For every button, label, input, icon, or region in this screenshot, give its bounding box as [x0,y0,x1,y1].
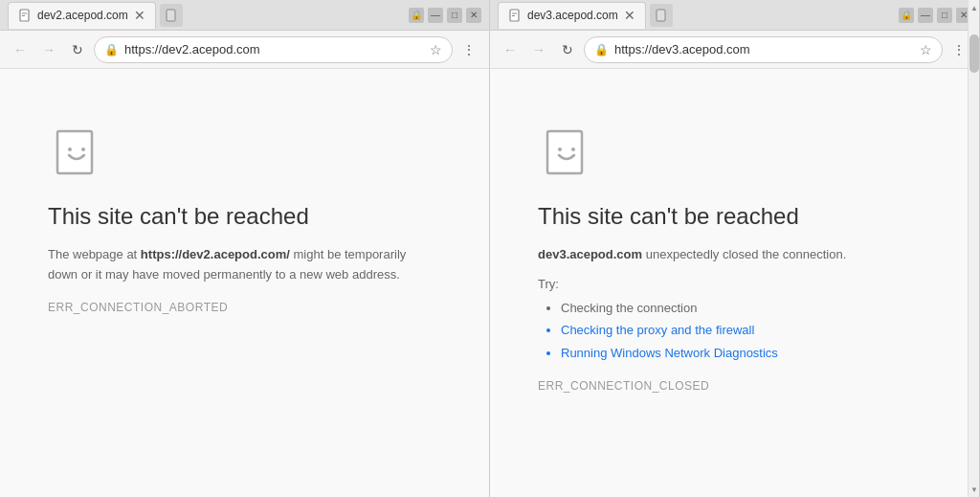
page-content-1: This site can't be reached The webpage a… [0,69,489,497]
error-icon-1 [48,126,105,184]
error-title-2: This site can't be reached [538,203,956,230]
error-message-2: dev3.acepod.com unexpectedly closed the … [538,245,902,265]
error-code-2: ERR_CONNECTION_CLOSED [538,379,956,393]
error-message-prefix-1: The webpage at [48,247,141,261]
window-controls-1: 🔒 — □ ✕ [409,8,481,23]
error-message-1: The webpage at https://dev2.acepod.com/ … [48,245,412,285]
menu-icon-2: ⋮ [952,42,966,57]
refresh-icon-1: ↻ [72,42,83,57]
tab-favicon-1 [18,9,32,22]
maximize-button-2[interactable]: □ [937,8,952,23]
browser-window-2: dev3.acepod.com ✕ 🔒 — □ ✕ ← → ↻ 🔒 https:… [490,0,980,497]
browser-window-1: dev2.acepod.com ✕ 🔒 — □ ✕ ← → ↻ 🔒 https:… [0,0,490,497]
back-icon-1: ← [13,42,27,57]
address-bar-2: ← → ↻ 🔒 https://dev3.acepod.com ☆ ⋮ [490,31,979,69]
tab-1[interactable]: dev2.acepod.com ✕ [8,2,156,29]
svg-rect-3 [167,10,175,21]
tab-favicon-2 [508,9,522,22]
minimize-button-1[interactable]: — [428,8,443,23]
secure-icon-1: 🔒 [104,43,119,56]
title-bar-1: dev2.acepod.com ✕ 🔒 — □ ✕ [0,0,489,31]
svg-point-5 [68,147,72,151]
window-controls-2: 🔒 — □ ✕ [899,8,971,23]
lock-icon-2: 🔒 [899,8,914,23]
suggestion-1: Checking the connection [561,297,956,319]
svg-rect-4 [57,131,92,173]
address-bar-1: ← → ↻ 🔒 https://dev2.acepod.com ☆ ⋮ [0,31,489,69]
secure-icon-2: 🔒 [594,43,609,56]
refresh-button-1[interactable]: ↻ [65,37,90,62]
tab-title-2: dev3.acepod.com [527,9,618,22]
back-icon-2: ← [503,42,517,57]
back-button-1[interactable]: ← [8,37,33,62]
tab-close-2[interactable]: ✕ [624,9,635,22]
url-bar-1[interactable]: 🔒 https://dev2.acepod.com ☆ [94,36,453,63]
lock-icon-1: 🔒 [409,8,424,23]
tab-close-1[interactable]: ✕ [134,9,145,22]
url-text-1: https://dev2.acepod.com [124,42,424,56]
suggestion-3[interactable]: Running Windows Network Diagnostics [561,342,956,364]
forward-icon-1: → [42,42,56,57]
error-site-2: dev3.acepod.com [538,247,642,261]
new-tab-button-2[interactable] [650,4,673,27]
page-content-2: This site can't be reached dev3.acepod.c… [490,69,979,497]
error-message-suffix-2: unexpectedly closed the connection. [642,247,846,261]
title-bar-2: dev3.acepod.com ✕ 🔒 — □ ✕ [490,0,979,31]
svg-point-13 [571,147,575,151]
forward-icon-2: → [532,42,546,57]
bookmark-icon-2[interactable]: ☆ [920,42,932,57]
error-icon-2 [538,126,595,184]
url-bar-2[interactable]: 🔒 https://dev3.acepod.com ☆ [584,36,943,63]
tab-title-1: dev2.acepod.com [37,9,128,22]
forward-button-1[interactable]: → [36,37,61,62]
error-title-1: This site can't be reached [48,203,441,230]
forward-button-2[interactable]: → [526,37,551,62]
minimize-button-2[interactable]: — [918,8,933,23]
svg-point-12 [558,147,562,151]
refresh-icon-2: ↻ [562,42,573,57]
menu-icon-1: ⋮ [462,42,476,57]
svg-rect-10 [657,10,665,21]
suggestion-2[interactable]: Checking the proxy and the firewall [561,319,956,341]
new-tab-button-1[interactable] [160,4,183,27]
svg-rect-11 [547,131,582,173]
back-button-2[interactable]: ← [498,37,523,62]
suggestion-text-1: Checking the connection [561,301,697,315]
scrollbar-up-arrow-2[interactable]: ▲ [969,0,980,15]
scrollbar-thumb-2[interactable] [969,34,979,73]
menu-button-1[interactable]: ⋮ [457,37,481,62]
scrollbar-down-arrow-2[interactable]: ▼ [969,482,980,497]
svg-point-6 [81,147,85,151]
suggestion-text-3: Running Windows Network Diagnostics [561,346,778,360]
maximize-button-1[interactable]: □ [447,8,462,23]
close-button-1[interactable]: ✕ [466,8,481,23]
error-suggestions-2: Checking the connection Checking the pro… [538,297,956,364]
suggestion-text-2: Checking the proxy and the firewall [561,323,754,337]
url-text-2: https://dev3.acepod.com [614,42,914,56]
bookmark-icon-1[interactable]: ☆ [430,42,442,57]
scrollbar-2[interactable]: ▲ ▼ [968,0,979,497]
error-code-1: ERR_CONNECTION_ABORTED [48,301,441,314]
refresh-button-2[interactable]: ↻ [555,37,580,62]
tab-2[interactable]: dev3.acepod.com ✕ [498,2,646,29]
error-message-url-1: https://dev2.acepod.com/ [141,247,290,261]
error-try-label-2: Try: [538,277,956,291]
